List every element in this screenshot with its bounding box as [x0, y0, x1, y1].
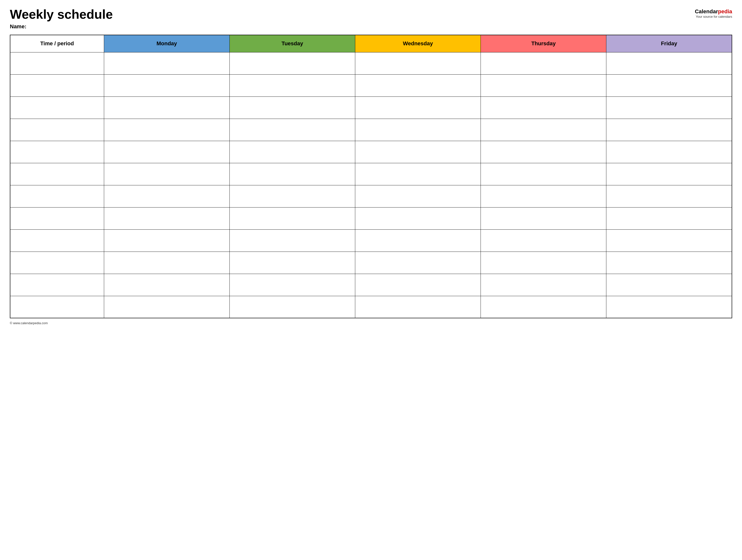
- logo-section: Calendarpedia Your source for calendars: [695, 8, 732, 18]
- time-cell[interactable]: [10, 119, 104, 141]
- schedule-cell[interactable]: [104, 207, 229, 229]
- copyright-text: © www.calendarpedia.com: [10, 321, 48, 325]
- schedule-cell[interactable]: [481, 141, 606, 163]
- schedule-cell[interactable]: [606, 251, 732, 274]
- schedule-cell[interactable]: [104, 141, 229, 163]
- schedule-cell[interactable]: [481, 52, 606, 74]
- schedule-cell[interactable]: [355, 141, 481, 163]
- schedule-cell[interactable]: [481, 229, 606, 251]
- col-thursday: Thursday: [481, 35, 606, 52]
- schedule-cell[interactable]: [481, 207, 606, 229]
- table-row: [10, 251, 732, 274]
- schedule-cell[interactable]: [104, 74, 229, 97]
- schedule-cell[interactable]: [606, 52, 732, 74]
- table-row: [10, 97, 732, 119]
- schedule-cell[interactable]: [104, 163, 229, 185]
- logo-pedia: pedia: [718, 8, 732, 14]
- table-row: [10, 207, 732, 229]
- schedule-cell[interactable]: [229, 52, 355, 74]
- schedule-cell[interactable]: [104, 97, 229, 119]
- schedule-body: [10, 52, 732, 318]
- time-cell[interactable]: [10, 163, 104, 185]
- schedule-table: Time / period Monday Tuesday Wednesday T…: [10, 35, 732, 318]
- page-title: Weekly schedule: [10, 7, 113, 21]
- schedule-cell[interactable]: [104, 229, 229, 251]
- schedule-cell[interactable]: [229, 207, 355, 229]
- schedule-cell[interactable]: [355, 163, 481, 185]
- schedule-cell[interactable]: [104, 52, 229, 74]
- schedule-cell[interactable]: [606, 141, 732, 163]
- schedule-cell[interactable]: [355, 74, 481, 97]
- schedule-cell[interactable]: [229, 251, 355, 274]
- schedule-cell[interactable]: [229, 74, 355, 97]
- col-time-period: Time / period: [10, 35, 104, 52]
- schedule-cell[interactable]: [355, 251, 481, 274]
- page-header: Weekly schedule Name: Calendarpedia Your…: [10, 7, 732, 30]
- schedule-cell[interactable]: [229, 229, 355, 251]
- schedule-cell[interactable]: [104, 251, 229, 274]
- schedule-cell[interactable]: [229, 185, 355, 207]
- time-cell[interactable]: [10, 97, 104, 119]
- schedule-cell[interactable]: [481, 97, 606, 119]
- schedule-cell[interactable]: [229, 119, 355, 141]
- table-row: [10, 52, 732, 74]
- schedule-cell[interactable]: [355, 52, 481, 74]
- schedule-cell[interactable]: [606, 74, 732, 97]
- table-row: [10, 119, 732, 141]
- col-friday: Friday: [606, 35, 732, 52]
- table-row: [10, 185, 732, 207]
- schedule-cell[interactable]: [104, 185, 229, 207]
- schedule-cell[interactable]: [606, 296, 732, 318]
- schedule-cell[interactable]: [104, 119, 229, 141]
- logo-calendar: Calendar: [695, 8, 718, 14]
- schedule-cell[interactable]: [229, 274, 355, 296]
- time-cell[interactable]: [10, 229, 104, 251]
- time-cell[interactable]: [10, 296, 104, 318]
- name-label: Name:: [10, 23, 113, 30]
- schedule-cell[interactable]: [229, 163, 355, 185]
- schedule-cell[interactable]: [355, 229, 481, 251]
- schedule-cell[interactable]: [481, 185, 606, 207]
- schedule-cell[interactable]: [606, 185, 732, 207]
- time-cell[interactable]: [10, 274, 104, 296]
- schedule-cell[interactable]: [606, 119, 732, 141]
- table-row: [10, 163, 732, 185]
- schedule-cell[interactable]: [355, 119, 481, 141]
- table-row: [10, 296, 732, 318]
- logo-tagline: Your source for calendars: [696, 15, 732, 18]
- schedule-cell[interactable]: [355, 97, 481, 119]
- table-row: [10, 141, 732, 163]
- schedule-cell[interactable]: [606, 229, 732, 251]
- schedule-cell[interactable]: [481, 163, 606, 185]
- schedule-cell[interactable]: [355, 185, 481, 207]
- schedule-cell[interactable]: [355, 274, 481, 296]
- schedule-cell[interactable]: [355, 207, 481, 229]
- schedule-cell[interactable]: [606, 97, 732, 119]
- time-cell[interactable]: [10, 251, 104, 274]
- schedule-cell[interactable]: [606, 207, 732, 229]
- schedule-cell[interactable]: [606, 274, 732, 296]
- schedule-cell[interactable]: [606, 163, 732, 185]
- schedule-cell[interactable]: [229, 97, 355, 119]
- schedule-cell[interactable]: [481, 119, 606, 141]
- schedule-cell[interactable]: [481, 296, 606, 318]
- schedule-cell[interactable]: [104, 296, 229, 318]
- col-wednesday: Wednesday: [355, 35, 481, 52]
- schedule-cell[interactable]: [229, 141, 355, 163]
- time-cell[interactable]: [10, 141, 104, 163]
- table-row: [10, 274, 732, 296]
- time-cell[interactable]: [10, 207, 104, 229]
- schedule-cell[interactable]: [481, 251, 606, 274]
- schedule-cell[interactable]: [481, 274, 606, 296]
- schedule-cell[interactable]: [104, 274, 229, 296]
- schedule-cell[interactable]: [229, 296, 355, 318]
- time-cell[interactable]: [10, 74, 104, 97]
- logo-text: Calendarpedia: [695, 8, 732, 15]
- time-cell[interactable]: [10, 52, 104, 74]
- title-section: Weekly schedule Name:: [10, 7, 113, 30]
- header-row: Time / period Monday Tuesday Wednesday T…: [10, 35, 732, 52]
- schedule-cell[interactable]: [481, 74, 606, 97]
- footer: © www.calendarpedia.com: [10, 321, 732, 325]
- schedule-cell[interactable]: [355, 296, 481, 318]
- time-cell[interactable]: [10, 185, 104, 207]
